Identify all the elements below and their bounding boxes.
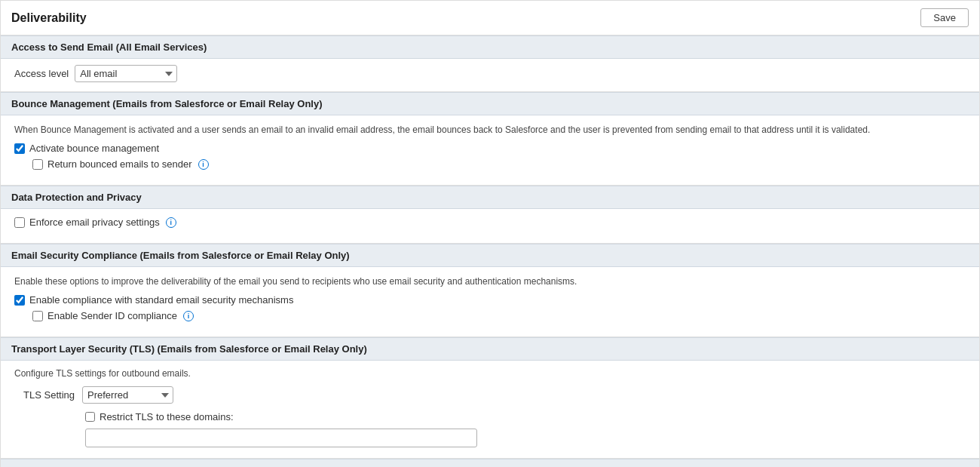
senderid-checkbox[interactable] [32,311,43,321]
standard-security-label: Enable compliance with standard email se… [29,294,293,306]
access-level-select[interactable]: All email System email only No access [75,65,177,82]
tls-domain-input[interactable] [85,429,477,447]
enforce-privacy-label: Enforce email privacy settings [29,217,160,228]
enforce-privacy-checkbox[interactable] [14,217,25,228]
section-body-privacy: Enforce email privacy settings i [1,209,979,243]
standard-security-checkbox[interactable] [14,295,25,306]
section-tls: Transport Layer Security (TLS) (Emails f… [1,337,979,459]
return-bounced-checkbox[interactable] [32,159,43,170]
section-access: Access to Send Email (All Email Services… [1,35,979,92]
enforce-privacy-info-icon[interactable]: i [166,217,176,228]
return-bounced-info-icon[interactable]: i [198,159,209,170]
activate-bounce-checkbox[interactable] [14,143,25,154]
senderid-label: Enable Sender ID compliance [47,310,177,321]
tls-body: Configure TLS settings for outbound emai… [1,361,979,458]
section-header-security: Email Security Compliance (Emails from S… [1,244,979,267]
security-description: Enable these options to improve the deli… [14,275,966,288]
senderid-row: Enable Sender ID compliance i [32,310,966,321]
tls-setting-select[interactable]: Preferred Required Required Verify Optio… [82,386,173,404]
access-level-label: Access level [14,68,69,79]
section-header-access: Access to Send Email (All Email Services… [1,35,979,59]
section-header-domain: Email Sending Domain Ownership (Emails f… [1,459,979,467]
section-domain: Email Sending Domain Ownership (Emails f… [1,459,979,467]
enforce-privacy-row: Enforce email privacy settings i [14,217,966,228]
section-privacy: Data Protection and Privacy Enforce emai… [1,186,979,244]
tls-restrict-row: Restrict TLS to these domains: [85,411,966,422]
bounce-description: When Bounce Management is activated and … [14,123,966,137]
section-header-tls: Transport Layer Security (TLS) (Emails f… [1,337,979,361]
section-body-bounce: When Bounce Management is activated and … [1,115,979,185]
section-security: Email Security Compliance (Emails from S… [1,244,979,337]
section-bounce: Bounce Management (Emails from Salesforc… [1,92,979,186]
page-title: Deliverability [11,11,87,25]
page-container: Deliverability Save Access to Send Email… [0,0,980,467]
access-level-row: Access level All email System email only… [1,59,979,91]
standard-security-row: Enable compliance with standard email se… [14,294,966,306]
tls-domain-input-row [85,429,966,447]
tls-setting-label: TLS Setting [14,389,75,401]
save-button[interactable]: Save [920,8,969,27]
page-header: Deliverability Save [1,1,979,35]
tls-restrict-checkbox[interactable] [85,412,95,422]
section-body-security: Enable these options to improve the deli… [1,267,979,336]
senderid-info-icon[interactable]: i [183,311,194,321]
return-bounced-row: Return bounced emails to sender i [32,158,966,170]
section-header-bounce: Bounce Management (Emails from Salesforc… [1,92,979,115]
tls-description: Configure TLS settings for outbound emai… [14,368,966,379]
section-header-privacy: Data Protection and Privacy [1,186,979,209]
tls-setting-row: TLS Setting Preferred Required Required … [14,386,966,404]
activate-bounce-label: Activate bounce management [29,143,159,154]
return-bounced-label: Return bounced emails to sender [47,158,192,170]
tls-restrict-label: Restrict TLS to these domains: [100,411,234,422]
activate-bounce-row: Activate bounce management [14,143,966,154]
